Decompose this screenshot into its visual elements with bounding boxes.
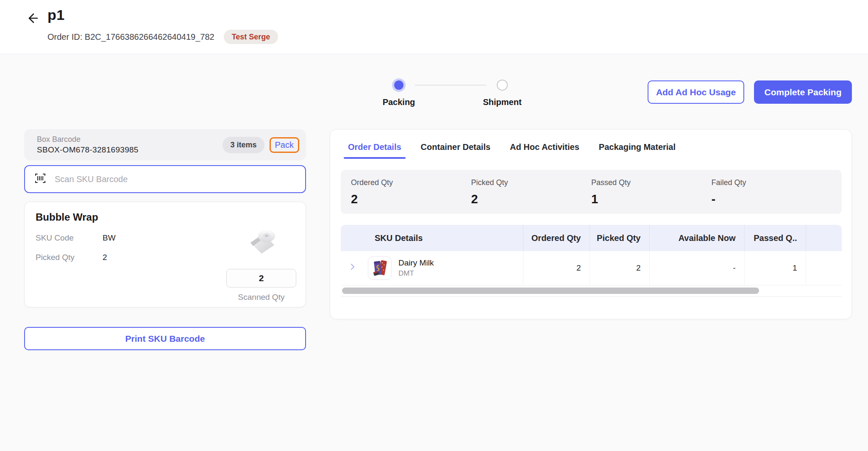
col-passed-qty: Passed Q.. [744, 225, 806, 251]
step-label: Shipment [483, 97, 521, 107]
summary-label: Passed Qty [591, 178, 712, 187]
step-dot-active [394, 80, 403, 90]
row-expander[interactable] [341, 262, 364, 274]
step-label: Packing [383, 97, 415, 107]
back-arrow-icon [25, 11, 40, 28]
order-id-text: Order ID: B2C_1766386266462640419_782 [47, 32, 214, 42]
col-available-now: Available Now [649, 225, 744, 251]
cell-available-now: - [649, 251, 744, 285]
box-barcode-texts: Box Barcode SBOX-OM678-3281693985 [37, 135, 223, 155]
add-ad-hoc-usage-button[interactable]: Add Ad Hoc Usage [648, 80, 744, 104]
back-button[interactable] [23, 10, 41, 28]
table-header-row: SKU Details Ordered Qty Picked Qty Avail… [341, 225, 842, 251]
summary-value: - [712, 192, 832, 206]
page-title: p1 [47, 7, 65, 23]
product-code: DMT [398, 269, 434, 278]
tab-packaging-material[interactable]: Packaging Material [599, 142, 676, 159]
summary-value: 2 [351, 192, 471, 206]
packaging-sku-card: Bubble Wrap SKU Code BW Picked Qty 2 2 S… [24, 202, 306, 307]
col-failed: Failed [806, 225, 842, 251]
cell-ordered-qty: 2 [523, 251, 590, 285]
qty-summary-card: Ordered Qty 2 Picked Qty 2 Passed Qty 1 … [341, 170, 842, 214]
box-barcode-label: Box Barcode [37, 135, 223, 144]
cell-picked-qty: 2 [590, 251, 649, 285]
panel-tabs: Order Details Container Details Ad Hoc A… [348, 142, 676, 159]
barcode-scan-icon [33, 172, 47, 187]
bubble-wrap-image [243, 221, 284, 261]
col-picked-qty: Picked Qty [590, 225, 649, 251]
sku-cell: Dairy Milk DMT [341, 256, 523, 280]
summary-value: 2 [471, 192, 592, 206]
table-row: Dairy Milk DMT 2 2 - 1 [341, 251, 842, 285]
sku-code-label: SKU Code [36, 233, 103, 243]
header-subrow: Order ID: B2C_1766386266462640419_782 Te… [47, 30, 278, 44]
sku-code-value: BW [103, 233, 116, 243]
scan-sku-field[interactable] [24, 165, 306, 193]
stepper-step-packing: Packing [370, 79, 428, 107]
cell-failed [806, 251, 842, 285]
summary-passed: Passed Qty 1 [591, 178, 712, 205]
sku-details-table: SKU Details Ordered Qty Picked Qty Avail… [341, 225, 842, 285]
product-name: Dairy Milk [398, 258, 434, 268]
items-count-badge: 3 items [223, 137, 264, 153]
table-bottom-divider [341, 296, 842, 297]
box-barcode-card: Box Barcode SBOX-OM678-3281693985 3 item… [24, 129, 306, 160]
scanned-qty-box[interactable]: 2 [226, 269, 296, 288]
summary-value: 1 [591, 192, 712, 206]
scrollbar-thumb[interactable] [342, 288, 759, 294]
summary-label: Picked Qty [471, 178, 592, 187]
step-dot-pending [497, 80, 508, 91]
complete-packing-button[interactable]: Complete Packing [754, 80, 852, 104]
summary-label: Failed Qty [712, 178, 832, 187]
col-ordered-qty: Ordered Qty [523, 225, 590, 251]
chevron-right-icon [348, 262, 357, 274]
pack-button[interactable]: Pack [270, 137, 299, 153]
status-badge: Test Serge [224, 30, 278, 44]
stepper-step-shipment: Shipment [473, 79, 531, 107]
tab-order-details[interactable]: Order Details [348, 142, 401, 159]
box-barcode-value: SBOX-OM678-3281693985 [37, 145, 223, 155]
col-sku-details: SKU Details [341, 225, 523, 251]
scan-sku-input[interactable] [55, 174, 297, 184]
cell-passed-qty: 1 [744, 251, 806, 285]
scanned-qty-label: Scanned Qty [226, 293, 296, 302]
table-horizontal-scrollbar[interactable] [342, 288, 840, 294]
progress-stepper: Packing Shipment [370, 79, 531, 107]
summary-label: Ordered Qty [351, 178, 471, 187]
product-texts: Dairy Milk DMT [395, 258, 434, 278]
picked-qty-value: 2 [103, 253, 107, 262]
tab-ad-hoc-activities[interactable]: Ad Hoc Activities [510, 142, 579, 159]
print-sku-barcode-button[interactable]: Print SKU Barcode [24, 327, 306, 350]
page-header: p1 Order ID: B2C_1766386266462640419_782… [0, 0, 868, 54]
product-image [368, 256, 392, 280]
summary-failed: Failed Qty - [712, 178, 832, 205]
tab-container-details[interactable]: Container Details [421, 142, 490, 159]
summary-picked: Picked Qty 2 [471, 178, 592, 205]
order-panel: Order Details Container Details Ad Hoc A… [330, 129, 852, 319]
picked-qty-label: Picked Qty [36, 253, 103, 262]
summary-ordered: Ordered Qty 2 [351, 178, 471, 205]
